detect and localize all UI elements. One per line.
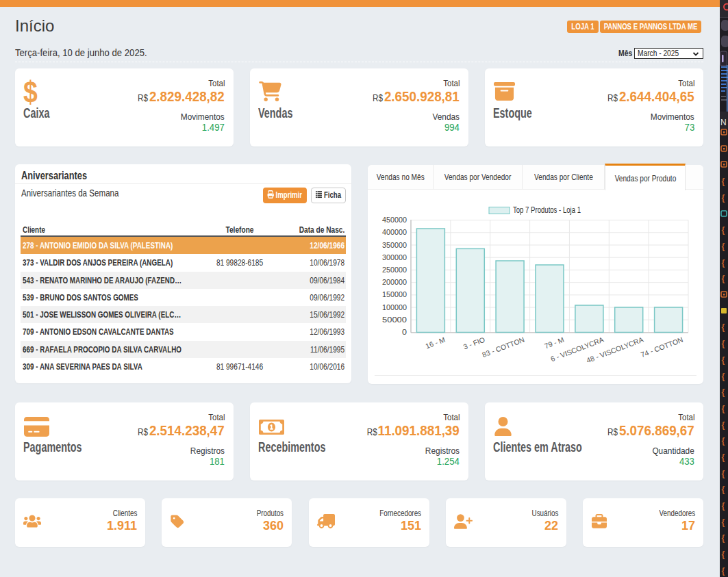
svg-text:200000: 200000 <box>382 278 407 286</box>
svg-text:300000: 300000 <box>382 253 407 261</box>
svg-text:79 - M: 79 - M <box>543 335 565 350</box>
svg-text:{: { <box>722 225 725 235</box>
svg-text:{: { <box>722 355 725 365</box>
svg-text:0: 0 <box>402 328 407 336</box>
svg-text:{: { <box>722 372 725 381</box>
svg-text:{: { <box>722 436 725 446</box>
svg-text:50000: 50000 <box>382 316 407 324</box>
svg-text:{: { <box>722 501 725 511</box>
svg-text:100000: 100000 <box>382 303 407 311</box>
svg-text:{: { <box>722 469 725 478</box>
svg-text:{: { <box>722 566 725 576</box>
svg-text:{: { <box>722 404 725 413</box>
svg-text:74 - COTTON: 74 - COTTON <box>640 335 684 359</box>
svg-text:3 - FIO: 3 - FIO <box>462 335 486 351</box>
svg-text:{: { <box>722 193 725 203</box>
svg-text:83 - COTTON: 83 - COTTON <box>481 335 525 359</box>
svg-text:{: { <box>722 258 725 268</box>
svg-text:Top 7 Produtos - Loja 1: Top 7 Produtos - Loja 1 <box>513 205 581 215</box>
svg-text:{: { <box>722 322 725 332</box>
svg-text:{: { <box>722 339 725 348</box>
svg-text:{: { <box>722 387 725 397</box>
svg-text:N: N <box>720 118 727 127</box>
svg-text:{: { <box>722 485 725 494</box>
svg-text:{: { <box>722 533 725 543</box>
svg-text:150000: 150000 <box>382 290 407 298</box>
svg-text:{: { <box>722 550 725 559</box>
svg-text:450000: 450000 <box>382 216 407 224</box>
svg-text:16 - M: 16 - M <box>425 335 447 350</box>
svg-text:{: { <box>722 420 725 430</box>
svg-text:{: { <box>722 517 725 527</box>
svg-text:{: { <box>722 242 725 251</box>
svg-text:250000: 250000 <box>382 266 407 274</box>
svg-text:{: { <box>722 274 725 283</box>
svg-text:400000: 400000 <box>382 228 407 236</box>
svg-text:{: { <box>722 177 725 186</box>
svg-text:350000: 350000 <box>382 241 407 249</box>
svg-text:{: { <box>722 452 725 462</box>
